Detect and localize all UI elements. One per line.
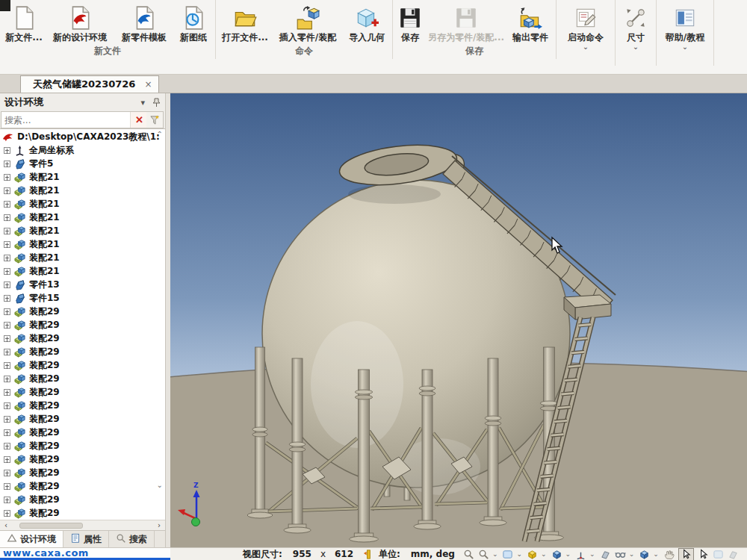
ribbon-button-new-part-template[interactable]: 新零件模板: [114, 1, 174, 43]
tree-item[interactable]: 装配29: [0, 345, 165, 358]
chevron-down-icon[interactable]: ▾: [140, 98, 145, 108]
ribbon-button-import-geometry[interactable]: 导入几何: [344, 1, 390, 43]
scroll-right-icon[interactable]: ›: [155, 521, 164, 530]
ribbon-button-help[interactable]: 帮助/教程⌄: [659, 1, 711, 50]
ribbon-button-export-part[interactable]: 输出零件: [507, 1, 554, 43]
tree-item[interactable]: 装配29: [0, 466, 165, 479]
tree-item[interactable]: 零件13: [0, 278, 165, 291]
expand-icon[interactable]: [4, 268, 10, 275]
zoom-in-icon[interactable]: [463, 549, 474, 560]
tree-item[interactable]: 装配29: [0, 372, 165, 385]
tree-root-item[interactable]: D:\Desktop\CAXA2023教程\1:: [0, 130, 165, 143]
chevron-down-icon[interactable]: ⌄: [589, 550, 595, 558]
tree-item[interactable]: 装配29: [0, 399, 165, 412]
expand-icon[interactable]: [4, 362, 10, 369]
caxa-website-link[interactable]: www.caxa.com: [0, 548, 170, 560]
expand-icon[interactable]: [4, 228, 10, 234]
chevron-down-icon[interactable]: ⌄: [653, 550, 659, 558]
ribbon-button-save[interactable]: 保存: [395, 1, 425, 43]
expand-icon[interactable]: [4, 335, 10, 342]
panel-tab-properties[interactable]: 属性: [63, 531, 109, 547]
expand-icon[interactable]: [4, 483, 10, 490]
expand-icon[interactable]: [4, 295, 10, 302]
expand-icon[interactable]: [4, 201, 10, 208]
expand-icon[interactable]: [4, 349, 10, 355]
tree-item[interactable]: 装配21: [0, 184, 165, 197]
tree-item[interactable]: 装配29: [0, 318, 165, 332]
wedge-icon[interactable]: [600, 549, 611, 560]
tree-item[interactable]: 零件5: [0, 157, 165, 170]
clear-search-button[interactable]: ✕: [130, 112, 146, 128]
expand-icon[interactable]: [4, 376, 10, 382]
zoom-window-icon[interactable]: [478, 549, 489, 560]
tree-item[interactable]: 装配29: [0, 506, 165, 520]
tree-item[interactable]: 全局坐标系: [0, 143, 165, 157]
ribbon-button-launch-command[interactable]: 启动命令⌄: [559, 1, 613, 50]
expand-icon[interactable]: [4, 147, 10, 154]
panel-tab-design-env[interactable]: 设计环境: [0, 531, 63, 547]
tree-item[interactable]: 装配29: [0, 412, 165, 426]
expand-icon[interactable]: [4, 456, 10, 463]
tree-item[interactable]: 装配29: [0, 358, 165, 372]
expand-icon[interactable]: [4, 187, 10, 194]
tree-item[interactable]: 装配21: [0, 170, 165, 184]
key-icon[interactable]: [362, 549, 374, 560]
expand-icon[interactable]: [4, 214, 10, 221]
expand-icon[interactable]: [4, 281, 10, 288]
expand-icon[interactable]: [4, 255, 10, 261]
filter-icon[interactable]: [146, 112, 163, 128]
panel-tab-tab-search[interactable]: 搜索: [109, 531, 155, 547]
tree-item[interactable]: 装配29: [0, 439, 165, 452]
select-cursor-icon[interactable]: [678, 548, 694, 560]
tree-item[interactable]: 装配29: [0, 332, 165, 345]
tree-item[interactable]: 装配21: [0, 211, 165, 224]
scroll-left-icon[interactable]: ‹: [1, 521, 10, 530]
close-icon[interactable]: ×: [144, 79, 152, 90]
expand-icon[interactable]: [4, 241, 10, 248]
tree-item[interactable]: 装配29: [0, 479, 165, 493]
expand-icon[interactable]: [4, 402, 10, 409]
rotate-hand-icon[interactable]: [663, 549, 675, 560]
expand-icon[interactable]: [4, 470, 10, 476]
move-triad-icon[interactable]: [575, 549, 586, 560]
expand-icon[interactable]: [4, 497, 10, 503]
view-cube-icon[interactable]: [639, 549, 650, 560]
chevron-down-icon[interactable]: ⌄: [516, 550, 522, 558]
shade-mode-blue-icon[interactable]: [551, 549, 562, 560]
expand-icon[interactable]: [4, 510, 10, 517]
ribbon-button-new-design-env[interactable]: 新的设计环境: [46, 1, 114, 43]
expand-icon[interactable]: [4, 416, 10, 423]
shade-mode-yellow-icon[interactable]: [527, 549, 538, 560]
tree-item[interactable]: 装配29: [0, 426, 165, 439]
tree-item[interactable]: 零件15: [0, 291, 165, 305]
expand-icon[interactable]: [4, 322, 10, 329]
tree-item[interactable]: 装配21: [0, 251, 165, 264]
tree-item[interactable]: 装配21: [0, 197, 165, 211]
ribbon-button-insert-part[interactable]: 插入零件/装配: [272, 1, 344, 43]
scroll-up-icon[interactable]: ⌃: [157, 131, 163, 137]
search-input[interactable]: [1, 112, 130, 128]
expand-icon[interactable]: [4, 308, 10, 315]
expand-icon[interactable]: [4, 389, 10, 396]
expand-icon[interactable]: [4, 443, 10, 449]
scrollbar-track[interactable]: [10, 522, 155, 529]
chevron-down-icon[interactable]: ⌄: [629, 550, 635, 558]
tree-item[interactable]: 装配29: [0, 493, 165, 506]
tree-item[interactable]: 装配21: [0, 264, 165, 278]
chevron-down-icon[interactable]: ⌄: [492, 550, 498, 558]
scroll-down-icon[interactable]: ⌄: [157, 482, 163, 488]
expand-icon[interactable]: [4, 429, 10, 436]
ribbon-button-open-file[interactable]: 打开文件...: [218, 1, 272, 43]
tree-item[interactable]: 装配21: [0, 237, 165, 251]
viewport-3d[interactable]: Z: [170, 93, 747, 547]
expand-icon[interactable]: [4, 161, 10, 167]
tree-item[interactable]: 装配29: [0, 305, 165, 318]
pin-icon[interactable]: [152, 98, 161, 108]
expand-icon[interactable]: [4, 174, 10, 181]
document-tab[interactable]: 天然气储罐20230726 ×: [20, 75, 159, 93]
tree-item[interactable]: 装配29: [0, 452, 165, 466]
perspective-glasses-icon[interactable]: [615, 549, 626, 560]
chevron-down-icon[interactable]: ⌄: [541, 550, 547, 558]
cursor-icon[interactable]: [698, 549, 709, 560]
chevron-down-icon[interactable]: ⌄: [565, 550, 571, 558]
